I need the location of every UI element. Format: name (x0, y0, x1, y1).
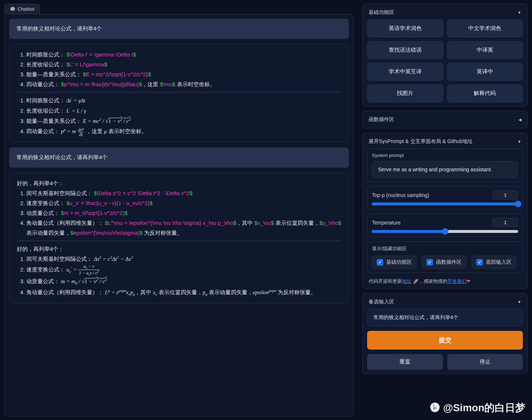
checkbox-plugin[interactable]: ✓函数插件区 (422, 256, 466, 269)
system-prompt-label: System prompt (372, 153, 518, 158)
bot-rendered-list: 时间膨胀公式： Δt′ = γΔt 长度收缩公式： L′ = L / γ 能量—… (17, 95, 341, 137)
chevron-down-icon: ▼ (517, 139, 521, 144)
btn-english-polish[interactable]: 英语学术润色 (367, 19, 443, 37)
rocket-icon: 🚀 (413, 278, 419, 284)
chat-column: 💬 Chatbot 常用的狭义相对论公式，请列举4个 时间膨胀公式： $\Del… (0, 0, 358, 420)
alt-input-field[interactable]: 常用的狭义相对论公式，请再列举4个 (367, 309, 523, 326)
chat-icon: 💬 (10, 7, 15, 12)
bot-rendered-list: 闵可夫斯基时空间隔公式： Δs2 = c2Δt2 − Δx2 速度变换公式： u… (17, 254, 341, 298)
credit-line: 代码开源和更新地址 🚀，感谢热情的开发者们❤ (367, 277, 523, 285)
temperature-slider[interactable] (372, 230, 518, 233)
topp-slider[interactable] (372, 202, 518, 205)
user-message: 常用的狭义相对论公式，请列举4个 (9, 19, 349, 39)
repo-link[interactable]: 地址 (402, 278, 411, 284)
btn-cn-to-en[interactable]: 中译英 (447, 41, 523, 59)
panel-header-plugin[interactable]: 函数插件区 ◀ (367, 115, 523, 124)
btn-find-image[interactable]: 找图片 (367, 84, 443, 102)
reset-button[interactable]: 重置 (367, 354, 443, 370)
btn-academic-trans[interactable]: 学术中英互译 (367, 63, 443, 81)
panel-advanced: 展开SysPrompt & 交互界面布局 & Github地址 ▼ System… (362, 133, 528, 289)
temperature-block: Temperature 1 (367, 214, 523, 237)
topp-label: Top-p (nucleus sampling) (372, 192, 429, 198)
devs-link[interactable]: 开发者们 (447, 278, 466, 284)
temperature-label: Temperature (372, 220, 401, 226)
tab-chatbot[interactable]: 💬 Chatbot (4, 4, 40, 14)
bot-message: 时间膨胀公式： $\Delta t' = \gamma \Delta t$ 长度… (9, 44, 349, 142)
panel-header-alt[interactable]: 备选输入区 ▼ (367, 297, 523, 309)
btn-chinese-polish[interactable]: 中文学术润色 (447, 19, 523, 37)
btn-en-to-cn[interactable]: 英译中 (447, 63, 523, 81)
system-prompt-input[interactable]: Serve me as a writing and programming as… (372, 161, 518, 178)
submit-button[interactable]: 提交 (367, 331, 523, 350)
temperature-value[interactable]: 1 (492, 218, 518, 227)
tab-bar: 💬 Chatbot (4, 4, 354, 14)
checkbox-basic[interactable]: ✓基础功能区 (372, 256, 417, 269)
bot-source-list: 闵可夫斯基时空间隔公式： $\Delta s^2 = c^2 \Delta t^… (17, 188, 341, 238)
bot-message: 好的，再列举4个： 闵可夫斯基时空间隔公式： $\Delta s^2 = c^2… (9, 173, 349, 303)
stop-button[interactable]: 停止 (447, 354, 523, 370)
panel-function-plugins: 函数插件区 ◀ (362, 111, 528, 128)
chevron-down-icon: ▼ (517, 300, 521, 304)
checkbox-bottom[interactable]: ✓底部输入区 (472, 256, 516, 269)
heart-icon: ❤ (466, 278, 470, 284)
user-message-text: 常用的狭义相对论公式，请列举4个 (16, 25, 102, 32)
topp-value[interactable]: 1 (492, 190, 518, 200)
chat-area: 常用的狭义相对论公式，请列举4个 时间膨胀公式： $\Delta t' = \g… (4, 14, 354, 416)
chevron-down-icon: ▼ (517, 10, 521, 15)
tab-label: Chatbot (18, 6, 34, 12)
panel-basic-functions: 基础功能区 ▼ 英语学术润色 中文学术润色 查找语法错误 中译英 学术中英互译 … (362, 4, 528, 106)
sidebar: 基础功能区 ▼ 英语学术润色 中文学术润色 查找语法错误 中译英 学术中英互译 … (358, 0, 532, 420)
topp-block: Top-p (nucleus sampling) 1 (367, 186, 523, 209)
user-message-text: 常用的狭义相对论公式，请再列举4个 (16, 154, 107, 160)
panel-header-advanced[interactable]: 展开SysPrompt & 交互界面布局 & Github地址 ▼ (367, 137, 523, 149)
btn-explain-code[interactable]: 解释代码 (447, 84, 523, 102)
btn-grammar-check[interactable]: 查找语法错误 (367, 41, 443, 59)
system-prompt-block: System prompt Serve me as a writing and … (367, 149, 523, 182)
toggle-label: 显示/隐藏功能区 (372, 245, 518, 252)
bot-source-list: 时间膨胀公式： $\Delta t' = \gamma \Delta t$ 长度… (17, 50, 341, 89)
basic-button-grid: 英语学术润色 中文学术润色 查找语法错误 中译英 学术中英互译 英译中 找图片 … (367, 19, 523, 102)
panel-header-basic[interactable]: 基础功能区 ▼ (367, 8, 523, 19)
user-message: 常用的狭义相对论公式，请再列举4个 (9, 147, 349, 168)
panel-alt-input: 备选输入区 ▼ 常用的狭义相对论公式，请再列举4个 提交 重置 停止 (362, 293, 528, 374)
chevron-left-icon: ◀ (518, 117, 521, 122)
toggle-block: 显示/隐藏功能区 ✓基础功能区 ✓函数插件区 ✓底部输入区 (367, 241, 523, 273)
